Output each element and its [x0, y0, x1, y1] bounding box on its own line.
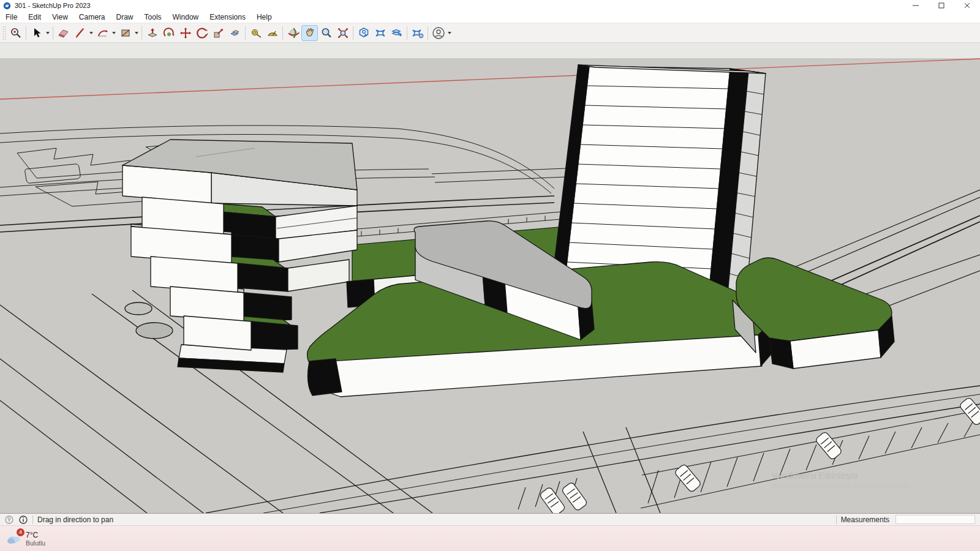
orbit-tool-icon[interactable]: [285, 25, 301, 41]
tape-measure-icon[interactable]: [247, 25, 264, 41]
weather-condition: Bulutlu: [26, 539, 45, 547]
toolbar-separator: [26, 26, 26, 40]
line-dropdown-caret[interactable]: [88, 25, 94, 41]
toolbar-separator: [353, 26, 353, 40]
account-dropdown-caret[interactable]: [447, 25, 453, 41]
menu-window[interactable]: Window: [167, 12, 205, 23]
statusbar-separator: [32, 515, 33, 524]
measurements-label: Measurements: [841, 515, 889, 524]
toolbar-separator: [53, 26, 53, 40]
info-icon[interactable]: [18, 515, 28, 525]
zoom-tool-icon[interactable]: [318, 25, 334, 41]
account-icon[interactable]: [430, 25, 447, 41]
weather-badge: 4: [17, 528, 24, 536]
get-models-icon[interactable]: [355, 25, 372, 41]
line-tool-icon[interactable]: [72, 25, 88, 41]
menu-file[interactable]: File: [0, 12, 23, 23]
window-title: 301 - SketchUp Pro 2023: [15, 2, 91, 9]
toolbar-separator: [282, 26, 283, 40]
weather-temp: 7°C: [26, 531, 45, 539]
rectangle-dropdown-caret[interactable]: [134, 25, 140, 41]
status-hint: Drag in direction to pan: [37, 515, 113, 524]
arc-tool-icon[interactable]: [94, 25, 111, 41]
toolbar-separator: [245, 26, 246, 40]
sky: [0, 43, 980, 59]
statusbar-separator: [836, 515, 837, 524]
toolbar-separator: [141, 26, 142, 40]
menu-help[interactable]: Help: [251, 12, 277, 23]
menu-bar: File Edit View Camera Draw Tools Window …: [0, 11, 980, 23]
minimize-button[interactable]: [903, 0, 929, 11]
main-toolbar: [0, 23, 980, 43]
push-pull-tool-icon[interactable]: [144, 25, 160, 41]
close-button[interactable]: [954, 0, 980, 11]
rotate-tool-icon[interactable]: [194, 25, 210, 41]
trimble-connect-icon[interactable]: [372, 25, 388, 41]
eraser-tool-icon[interactable]: [55, 25, 72, 41]
rectangle-tool-icon[interactable]: [117, 25, 134, 41]
toolbar-grip[interactable]: [2, 26, 6, 40]
arc-dropdown-caret[interactable]: [111, 25, 117, 41]
protractor-icon[interactable]: [264, 25, 281, 41]
toolbar-separator: [428, 26, 428, 40]
zoom-extents-icon[interactable]: [334, 25, 351, 41]
menu-tools[interactable]: Tools: [139, 12, 167, 23]
geolocation-icon[interactable]: [4, 515, 14, 525]
viewport-3d-scene[interactable]: [0, 43, 980, 513]
title-bar: 301 - SketchUp Pro 2023: [0, 0, 980, 11]
taskbar: 4 7°C Bulutlu Ara: [0, 525, 980, 551]
menu-edit[interactable]: Edit: [23, 12, 47, 23]
menu-draw[interactable]: Draw: [111, 12, 139, 23]
zoom-window-icon[interactable]: [7, 25, 24, 41]
pan-tool-icon[interactable]: [301, 25, 318, 41]
follow-me-tool-icon[interactable]: [160, 25, 177, 41]
viewport: [0, 43, 980, 513]
window-controls: [903, 0, 980, 11]
maximize-button[interactable]: [929, 0, 954, 11]
menu-view[interactable]: View: [47, 12, 74, 23]
send-to-layout-icon[interactable]: [388, 25, 405, 41]
sketchup-logo-icon: [3, 2, 11, 10]
select-dropdown-caret[interactable]: [45, 25, 51, 41]
offset-tool-icon[interactable]: [227, 25, 243, 41]
scale-tool-icon[interactable]: [210, 25, 227, 41]
connect-settings-icon[interactable]: [409, 25, 426, 41]
measurements-input[interactable]: [895, 515, 975, 524]
menu-extensions[interactable]: Extensions: [204, 12, 251, 23]
status-bar: Drag in direction to pan Measurements: [0, 513, 980, 525]
toolbar-separator: [407, 26, 407, 40]
weather-widget[interactable]: 4 7°C Bulutlu: [0, 531, 92, 547]
move-tool-icon[interactable]: [177, 25, 194, 41]
select-tool-icon[interactable]: [28, 25, 45, 41]
menu-camera[interactable]: Camera: [74, 12, 111, 23]
